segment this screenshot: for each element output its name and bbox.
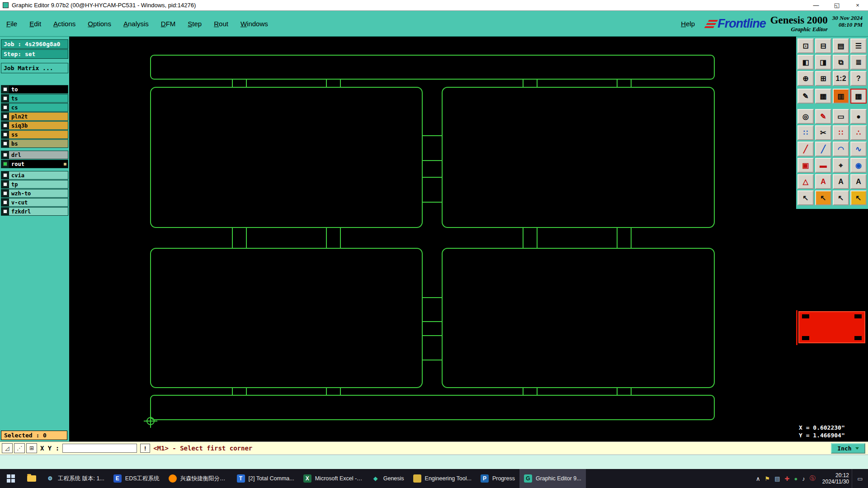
health-icon[interactable]: ✚	[785, 475, 790, 482]
menu-item-edit[interactable]: Edit	[29, 20, 41, 28]
layer-row-cvia[interactable]: cvia	[1, 171, 68, 180]
units-dropdown[interactable]: Inch	[831, 443, 865, 454]
menu-item-step[interactable]: Step	[188, 20, 202, 28]
layer-row-v-cut[interactable]: v-cut	[1, 198, 68, 207]
layer-row-wzh-to[interactable]: wzh-to	[1, 189, 68, 198]
pad-icon[interactable]: ▣	[797, 158, 814, 173]
arc-icon[interactable]: ◠	[833, 142, 849, 156]
select-plus-icon[interactable]: ↖	[833, 190, 849, 205]
zoom-ratio-icon[interactable]: 1:2	[833, 71, 849, 86]
job-matrix-button[interactable]: Job Matrix ...	[1, 63, 68, 73]
notes-icon[interactable]: ✎	[797, 89, 814, 104]
triangle-icon[interactable]: △	[797, 174, 814, 189]
measure-icon[interactable]: ▭	[833, 109, 849, 124]
select-special-icon[interactable]: ↖	[850, 190, 867, 205]
menu-item-windows[interactable]: Windows	[241, 20, 268, 28]
layer-checkbox[interactable]	[1, 208, 9, 215]
layer-checkbox[interactable]	[1, 199, 9, 206]
layer-checkbox[interactable]	[1, 113, 9, 120]
taskbar-app[interactable]: T[2] Total Comma...	[232, 469, 299, 488]
text-red-icon[interactable]: A	[815, 174, 831, 189]
sketch-icon[interactable]: ✎	[815, 109, 831, 124]
cut-icon[interactable]: ✂	[815, 125, 831, 140]
fit-screen-icon[interactable]: ⊡	[797, 38, 814, 53]
mixed-points-icon[interactable]: ∴	[850, 125, 867, 140]
layer-row-ss[interactable]: ss	[1, 130, 68, 139]
xy-input[interactable]	[62, 444, 137, 453]
via-icon[interactable]: ◉	[850, 158, 867, 173]
clipboard-icon[interactable]: ▤	[833, 38, 849, 53]
select-arrow-icon[interactable]: ↖	[797, 190, 814, 205]
film-icon[interactable]: ▥	[833, 89, 849, 104]
layer-row-cs[interactable]: cs	[1, 103, 68, 112]
select-arrow-active-icon[interactable]: ↖	[815, 190, 831, 205]
navigator-board-preview[interactable]	[798, 311, 865, 343]
layer-checkbox[interactable]	[1, 131, 9, 138]
menu-item-actions[interactable]: Actions	[53, 20, 75, 28]
notification-center-button[interactable]: ▭	[852, 469, 868, 488]
layer-row-tp[interactable]: tp	[1, 180, 68, 189]
pan-right-icon[interactable]: ◨	[815, 55, 831, 70]
layer-checkbox[interactable]	[1, 95, 9, 102]
layer-checkbox[interactable]	[1, 122, 9, 129]
menu-item-rout[interactable]: Rout	[214, 20, 228, 28]
points-icon[interactable]: ∷	[797, 125, 814, 140]
layer-checkbox[interactable]	[1, 104, 9, 111]
red-line-icon[interactable]: ╱	[797, 142, 814, 156]
trace-icon[interactable]: ▬	[815, 158, 831, 173]
network-icon[interactable]: ▤	[774, 475, 780, 482]
menu-item-analysis[interactable]: Analysis	[123, 20, 149, 28]
layer-row-rout[interactable]: rout	[1, 160, 68, 168]
start-button[interactable]	[0, 469, 22, 488]
menu-item-dfm[interactable]: DFM	[161, 20, 176, 28]
graphic-canvas[interactable]	[69, 37, 796, 441]
layer-checkbox[interactable]	[1, 85, 9, 93]
taskbar-app[interactable]: EEDS工程系统	[109, 469, 164, 488]
layer-row-bs[interactable]: bs	[1, 139, 68, 148]
layer-row-siq3b[interactable]: siq3b	[1, 121, 68, 130]
dual-screen-icon[interactable]: ⊟	[815, 38, 831, 53]
layer-row-pln2t[interactable]: pln2t	[1, 112, 68, 121]
status-icon[interactable]: ●	[794, 475, 797, 482]
layer-checkbox[interactable]	[1, 180, 9, 188]
menu-item-file[interactable]: File	[6, 20, 17, 28]
security-icon[interactable]: Ⓢ	[810, 474, 816, 483]
clock[interactable]: 20:12 2024/11/30	[820, 469, 852, 488]
taskbar-app[interactable]: ◆Genesis	[367, 469, 409, 488]
restore-icon[interactable]: ◱	[826, 0, 847, 10]
prompt-icon[interactable]: !	[140, 444, 150, 453]
grid-icon[interactable]: ▦	[815, 89, 831, 104]
layer-checkbox[interactable]	[1, 160, 9, 168]
circle-tool-icon[interactable]: ◎	[797, 109, 814, 124]
menu-item-help[interactable]: Help	[681, 20, 695, 28]
pan-left-icon[interactable]: ◧	[797, 55, 814, 70]
zoom-fit-icon[interactable]: ⊕	[797, 71, 814, 86]
film-active-icon[interactable]: ▦	[850, 89, 867, 104]
close-icon[interactable]: ×	[847, 0, 868, 10]
target-icon[interactable]: ⌖	[833, 158, 849, 173]
grid-tool-icon[interactable]: ⊞	[26, 443, 37, 453]
taskbar-app[interactable]: Engineering Tool...	[409, 469, 476, 488]
snap-tool-icon[interactable]: ⋰	[14, 443, 25, 453]
file-explorer-button[interactable]	[22, 469, 42, 488]
menu-item-options[interactable]: Options	[88, 20, 111, 28]
blue-line-icon[interactable]: ╱	[815, 142, 831, 156]
layer-list-icon[interactable]: ☰	[850, 38, 867, 53]
polyline-icon[interactable]: ∿	[850, 142, 867, 156]
zoom-center-icon[interactable]: ⊞	[815, 71, 831, 86]
help-icon[interactable]: ?	[850, 71, 867, 86]
overlay-icon[interactable]: ⧉	[833, 55, 849, 70]
layer-checkbox[interactable]	[1, 171, 9, 179]
layer-row-fzkdrl[interactable]: fzkdrl	[1, 207, 68, 216]
corner-tool-icon[interactable]: ◿	[2, 443, 13, 453]
navigator-pane[interactable]: X = 0.602230" Y = 1.466904"	[796, 209, 868, 441]
layer-checkbox[interactable]	[1, 190, 9, 197]
layer-row-ts[interactable]: ts	[1, 94, 68, 103]
taskbar-app[interactable]: XMicrosoft Excel - ...	[299, 469, 367, 488]
flag-icon[interactable]: ⚑	[765, 475, 770, 482]
taskbar-app[interactable]: GGraphic Editor 9...	[519, 469, 586, 488]
layer-row-drl[interactable]: drl	[1, 151, 68, 159]
minimize-icon[interactable]: —	[806, 0, 826, 10]
tray-expand-icon[interactable]: ∧	[756, 475, 760, 482]
rows-icon[interactable]: ≣	[850, 55, 867, 70]
